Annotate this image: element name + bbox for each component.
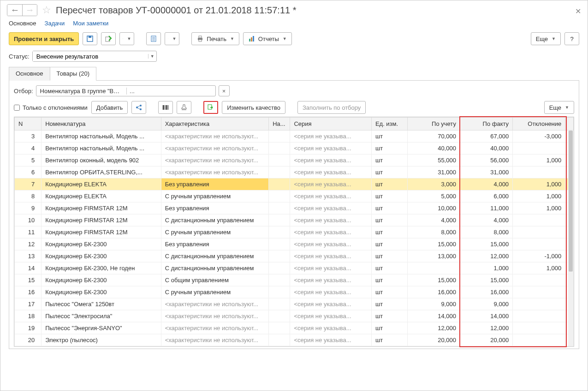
cell-unit[interactable]: шт <box>371 298 407 310</box>
cell-fact[interactable]: 14,000 <box>460 310 512 322</box>
cell-dev[interactable]: -1,000 <box>513 250 565 262</box>
cell-dev[interactable] <box>513 166 565 178</box>
cell-series[interactable]: <серия не указыва... <box>290 190 371 202</box>
table-row[interactable]: 15Кондиционер БК-2300С общим управлением… <box>15 274 574 286</box>
link-tasks[interactable]: Задачи <box>45 20 65 27</box>
table-row[interactable]: 9Кондиционер FIRMSTAR 12MБез управления<… <box>15 202 574 214</box>
cell-series[interactable]: <серия не указыва... <box>290 298 371 310</box>
cell-dev[interactable] <box>513 274 565 286</box>
doc-icon-menu-button[interactable]: ▼ <box>165 32 179 45</box>
cell-acc[interactable]: 3,000 <box>407 178 460 190</box>
change-quality-button[interactable]: Изменить качество <box>222 101 285 114</box>
cell-fact[interactable]: 67,000 <box>460 130 512 142</box>
col-unit[interactable]: Ед. изм. <box>371 118 407 130</box>
cell-nom[interactable]: Пылесос "Омега" 1250вт <box>42 298 161 310</box>
cell-unit[interactable]: шт <box>371 178 407 190</box>
cell-nom[interactable]: Кондиционер ELEKTA <box>42 190 161 202</box>
cell-acc[interactable]: 5,000 <box>407 190 460 202</box>
cell-na[interactable] <box>269 166 290 178</box>
tab-goods[interactable]: Товары (20) <box>50 67 96 81</box>
favorite-star-icon[interactable]: ☆ <box>42 4 51 16</box>
goods-table[interactable]: N Номенклатура Характеристика На... Сери… <box>14 117 574 346</box>
cell-series[interactable]: <серия не указыва... <box>290 178 371 190</box>
cell-fact[interactable]: 56,000 <box>460 154 512 166</box>
cell-nom[interactable]: Кондиционер FIRMSTAR 12M <box>42 226 161 238</box>
cell-series[interactable]: <серия не указыва... <box>290 214 371 226</box>
cell-dev[interactable]: 1,000 <box>513 190 565 202</box>
cell-n[interactable]: 3 <box>15 130 42 142</box>
cell-n[interactable]: 19 <box>15 322 42 334</box>
cell-nom[interactable]: Кондиционер БК-2300 <box>42 286 161 298</box>
cell-unit[interactable]: шт <box>371 166 407 178</box>
cell-acc[interactable]: 15,000 <box>407 238 460 250</box>
cell-n[interactable]: 5 <box>15 154 42 166</box>
col-accounting[interactable]: По учету <box>407 118 460 130</box>
cell-unit[interactable]: шт <box>371 226 407 238</box>
table-row[interactable]: 4Вентилятор настольный, Модель ...<харак… <box>15 142 574 154</box>
cell-nom[interactable]: Вентилятор оконный, модель 902 <box>42 154 161 166</box>
structure-menu-button[interactable]: ▼ <box>119 32 134 45</box>
status-select[interactable]: ▼ <box>32 51 157 62</box>
cell-acc[interactable]: 16,000 <box>407 286 460 298</box>
cell-char[interactable]: С ручным управлением <box>161 286 269 298</box>
scroll-thumb[interactable] <box>569 130 573 272</box>
filter-input[interactable]: Номенклатура В группе "Вентиляторы, пыле… <box>36 85 216 96</box>
cell-na[interactable] <box>269 298 290 310</box>
cell-dev[interactable] <box>513 238 565 250</box>
cell-char[interactable]: <характеристики не используют... <box>161 154 269 166</box>
cell-series[interactable]: <серия не указыва... <box>290 322 371 334</box>
cell-n[interactable]: 11 <box>15 226 42 238</box>
cell-char[interactable]: Без управления <box>161 238 269 250</box>
cell-nom[interactable]: Вентилятор настольный, Модель ... <box>42 142 161 154</box>
cell-na[interactable] <box>269 274 290 286</box>
cell-unit[interactable]: шт <box>371 334 407 346</box>
cell-unit[interactable]: шт <box>371 286 407 298</box>
cell-n[interactable]: 14 <box>15 262 42 274</box>
cell-char[interactable]: <характеристики не используют... <box>161 322 269 334</box>
cell-series[interactable]: <серия не указыва... <box>290 142 371 154</box>
cell-dev[interactable]: 1,000 <box>513 154 565 166</box>
table-row[interactable]: 7Кондиционер ELEKTAБез управления<серия … <box>15 178 574 190</box>
cell-series[interactable]: <серия не указыва... <box>290 130 371 142</box>
share-button[interactable] <box>131 101 146 114</box>
cell-series[interactable]: <серия не указыва... <box>290 274 371 286</box>
cell-char[interactable]: С общим управлением <box>161 274 269 286</box>
cell-nom[interactable]: Вентилятор настольный, Модель ... <box>42 130 161 142</box>
col-characteristic[interactable]: Характеристика <box>161 118 269 130</box>
cell-unit[interactable]: шт <box>371 274 407 286</box>
cell-n[interactable]: 13 <box>15 250 42 262</box>
cell-dev[interactable]: 1,000 <box>513 178 565 190</box>
cell-na[interactable] <box>269 214 290 226</box>
cell-unit[interactable]: шт <box>371 202 407 214</box>
cell-unit[interactable]: шт <box>371 262 407 274</box>
cell-fact[interactable]: 15,000 <box>460 238 512 250</box>
save-button[interactable] <box>83 32 97 45</box>
cell-unit[interactable]: шт <box>371 322 407 334</box>
cell-nom[interactable]: Кондиционер БК-2300 <box>42 250 161 262</box>
cell-na[interactable] <box>269 334 290 346</box>
cell-dev[interactable] <box>513 334 565 346</box>
cell-n[interactable]: 20 <box>15 334 42 346</box>
cell-char[interactable]: <характеристики не используют... <box>161 142 269 154</box>
table-row[interactable]: 3Вентилятор настольный, Модель ...<харак… <box>15 130 574 142</box>
cell-dev[interactable]: 1,000 <box>513 202 565 214</box>
cell-series[interactable]: <серия не указыва... <box>290 202 371 214</box>
cell-n[interactable]: 8 <box>15 190 42 202</box>
cell-char[interactable]: С дистанционным управлением <box>161 214 269 226</box>
cell-nom[interactable]: Электро (пылесос) <box>42 334 161 346</box>
cell-n[interactable]: 15 <box>15 274 42 286</box>
cell-char[interactable]: Без управления <box>161 178 269 190</box>
cell-na[interactable] <box>269 322 290 334</box>
cell-acc[interactable]: 14,000 <box>407 310 460 322</box>
cell-unit[interactable]: шт <box>371 310 407 322</box>
cell-na[interactable] <box>269 286 290 298</box>
cell-nom[interactable]: Кондиционер БК-2300, Не годен <box>42 262 161 274</box>
cell-acc[interactable]: 9,000 <box>407 298 460 310</box>
print-button[interactable]: Печать▼ <box>191 32 239 45</box>
col-na[interactable]: На... <box>269 118 290 130</box>
cell-n[interactable]: 7 <box>15 178 42 190</box>
table-row[interactable]: 13Кондиционер БК-2300С дистанционным упр… <box>15 250 574 262</box>
cell-na[interactable] <box>269 154 290 166</box>
cell-char[interactable]: <характеристики не используют... <box>161 310 269 322</box>
cell-series[interactable]: <серия не указыва... <box>290 166 371 178</box>
